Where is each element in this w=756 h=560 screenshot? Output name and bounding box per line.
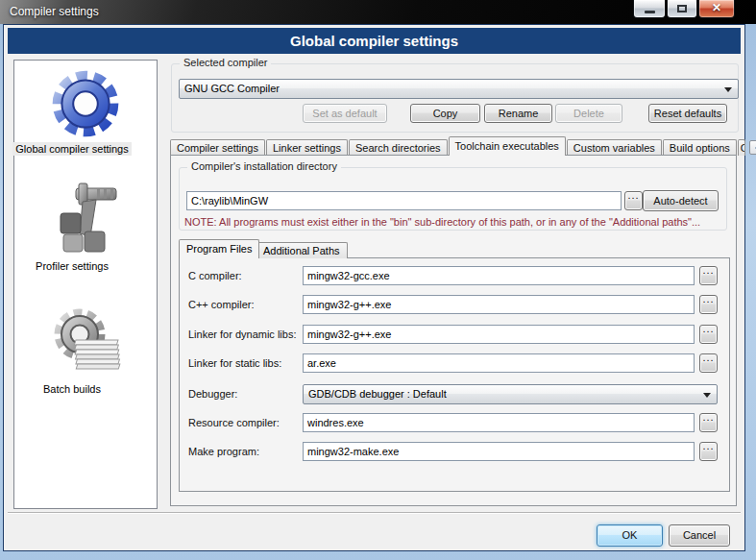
sidebar-item-batch-builds[interactable]: Batch builds [0,383,144,395]
page-title-band: Global compiler settings [8,28,741,54]
tab-build-options[interactable]: Build options [663,139,737,156]
minimize-button[interactable] [633,0,666,18]
cancel-button[interactable]: Cancel [669,524,730,547]
rename-button[interactable]: Rename [484,104,552,123]
close-icon: ✕ [699,1,734,14]
installation-directory-browse-button[interactable]: ... [624,191,643,210]
debugger-combo-value: GDB/CDB debugger : Default [308,388,447,400]
linker-dynamic-label: Linker for dynamic libs: [188,329,297,340]
reset-defaults-button[interactable]: Reset defaults [648,104,727,123]
tab-compiler-settings[interactable]: Compiler settings [170,139,265,156]
chevron-down-icon [724,87,732,92]
selected-compiler-legend: Selected compiler [180,57,271,68]
chevron-down-icon [703,393,711,398]
tab-scroll-left-button[interactable] [749,140,756,155]
make-program-input[interactable] [303,442,695,461]
titlebar[interactable]: Compiler settings ✕ [0,0,756,24]
installation-directory-input[interactable] [186,191,622,210]
resource-compiler-input[interactable] [303,413,695,432]
delete-button[interactable]: Delete [555,104,622,123]
debugger-label: Debugger: [188,388,237,400]
tab-linker-settings[interactable]: Linker settings [266,139,348,156]
linker-static-input[interactable] [303,353,695,373]
set-as-default-button[interactable]: Set as default [303,104,387,123]
minimize-icon [645,11,655,13]
compiler-select-combo[interactable]: GNU GCC Compiler [179,79,739,99]
subtab-additional-paths[interactable]: Additional Paths [256,242,348,258]
blue-gear-icon[interactable] [13,63,158,146]
resource-compiler-browse-button[interactable]: ... [699,413,718,432]
page-title: Global compiler settings [8,28,741,54]
window-title: Compiler settings [10,5,99,18]
c-compiler-input[interactable] [303,266,695,285]
linker-static-label: Linker for static libs: [188,357,281,369]
resource-compiler-label: Resource compiler: [188,417,280,428]
compiler-settings-window: Compiler settings ✕ Global compiler sett… [0,0,756,560]
settings-tab-strip: Compiler settings Linker settings Search… [170,136,756,156]
sidebar-item-profiler-settings[interactable]: Profiler settings [0,260,144,272]
close-button[interactable]: ✕ [698,0,735,18]
maximize-icon [677,5,687,12]
tab-search-directories[interactable]: Search directories [349,139,448,156]
tab-other-settings-partial[interactable]: Other settings [738,139,745,156]
sidebar-item-global-compiler-settings[interactable]: Global compiler settings [0,143,144,155]
cpp-compiler-input[interactable] [303,295,695,314]
installation-note: NOTE: All programs must exist either in … [184,216,728,228]
c-compiler-label: C compiler: [188,270,242,281]
caliper-icon[interactable] [13,181,158,261]
ok-button[interactable]: OK [597,524,663,547]
c-compiler-browse-button[interactable]: ... [699,266,718,285]
compiler-select-value: GNU GCC Compiler [184,83,280,94]
cpp-compiler-browse-button[interactable]: ... [699,295,718,314]
subtab-program-files[interactable]: Program Files [179,239,259,258]
copy-button[interactable]: Copy [410,104,480,123]
debugger-combo[interactable]: GDB/CDB debugger : Default [303,384,718,404]
linker-dynamic-input[interactable] [303,325,695,344]
linker-static-browse-button[interactable]: ... [699,353,718,373]
tab-toolchain-executables[interactable]: Toolchain executables [449,136,566,156]
footer-separator [8,512,741,514]
auto-detect-button[interactable]: Auto-detect [643,190,719,211]
maximize-button[interactable] [667,0,697,18]
tab-custom-variables[interactable]: Custom variables [567,139,662,156]
make-program-label: Make program: [188,446,259,457]
make-program-browse-button[interactable]: ... [699,442,718,461]
gray-gear-papers-icon[interactable] [13,304,158,380]
installation-directory-legend: Compiler's installation directory [187,160,341,172]
linker-dynamic-browse-button[interactable]: ... [699,325,718,344]
cpp-compiler-label: C++ compiler: [188,299,254,310]
